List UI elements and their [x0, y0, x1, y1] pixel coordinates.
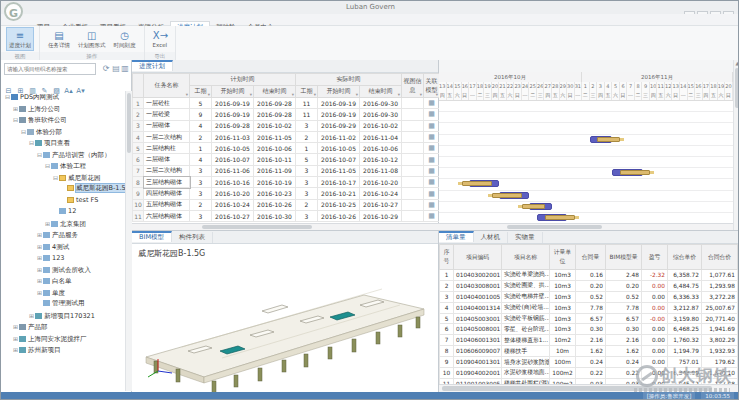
tab-BIM模型[interactable]: BIM模型	[132, 231, 172, 242]
layout-icon[interactable]: ▥	[120, 63, 130, 75]
schedule-row[interactable]: 7二层二次结构32016-11-062016-11-0932016-11-052…	[133, 165, 440, 176]
expand-icon[interactable]: ⊞	[36, 229, 43, 241]
column-header-blank[interactable]	[133, 74, 144, 98]
tree-item-威尼斯花园[interactable]: ⊟威尼斯花园	[1, 172, 125, 184]
linked-model-icon[interactable]: ▦	[424, 199, 440, 210]
boq-row[interactable]: 1010403002001实浇砼单梁浇捣...10m30.162.48-2.32…	[440, 270, 739, 281]
tree-item-123[interactable]: ⊞123	[1, 252, 125, 264]
linked-model-icon[interactable]: ▦	[424, 210, 440, 221]
filter-arrow-icon[interactable]: ▾	[292, 92, 294, 97]
collapse-icon[interactable]: ⊟	[52, 172, 59, 184]
schedule-row[interactable]: 10五层结构砌体22016-10-242016-10-2622016-10-25…	[133, 199, 440, 210]
tree-item-上海分公司[interactable]: ⊞上海分公司	[1, 103, 125, 115]
expand-icon[interactable]: ⊞	[12, 344, 19, 356]
schedule-row[interactable]: 8三层结构砌体32016-10-162016-10-1932016-10-172…	[133, 177, 440, 188]
boq-header-BIM模型量[interactable]: BIM模型量	[606, 245, 642, 270]
expand-icon[interactable]: ⊞	[12, 333, 19, 345]
column-header-实际时间[interactable]: 实际时间	[296, 74, 402, 86]
进度计划-button[interactable]: ≡进度计划	[6, 27, 34, 51]
schedule-row[interactable]: 2一层砼梁92016-09-192016-09-28112016-09-1920…	[133, 109, 440, 120]
linked-model-icon[interactable]: ▦	[424, 154, 440, 165]
expand-icon[interactable]: ⊞	[12, 103, 19, 115]
linked-model-icon[interactable]: ▦	[424, 131, 440, 142]
boq-hscrollbar[interactable]	[439, 384, 739, 392]
tree-item-test FS[interactable]: test FS	[1, 195, 125, 207]
时间刻度-button[interactable]: ◷时间刻度	[111, 27, 139, 51]
boq-header-盈亏[interactable]: 盈亏	[642, 245, 668, 270]
expand-icon[interactable]: ⊞	[44, 218, 51, 230]
boq-row[interactable]: 2010403008001实浇砼圈梁、拱...10m30.200.200.006…	[440, 280, 739, 291]
任务详情-button[interactable]: ▤任务详情	[45, 27, 73, 51]
filter-arrow-icon[interactable]: ▾	[420, 92, 422, 97]
collapse-icon[interactable]: ⊟	[44, 160, 51, 172]
tree-item-体验工程[interactable]: ⊟体验工程	[1, 160, 125, 172]
boq-header-合同合价[interactable]: 合同合价	[702, 245, 738, 270]
boq-row[interactable]: 4010404001314实浇砼(商)砼墙...10m37.787.780.00…	[440, 302, 739, 313]
bim-3d-viewport[interactable]	[132, 259, 437, 392]
tree-item-新增项目170321[interactable]: ⊞新增项目170321	[1, 310, 125, 322]
tree-item-PDS内网测试[interactable]: ⊟PDS内网测试	[1, 91, 125, 103]
expand-icon[interactable]: ⊞	[12, 321, 19, 333]
linked-model-icon[interactable]: ▦	[424, 177, 440, 188]
column-header-计划时间[interactable]: 计划时间	[190, 74, 296, 86]
expand-icon[interactable]: ⊞	[36, 287, 43, 299]
schedule-row[interactable]: 4一层二次结构22016-11-032016-11-0522016-11-022…	[133, 131, 440, 142]
gantt-bar-planned[interactable]	[462, 181, 492, 186]
tree-item-上海同安水泥搅拌厂[interactable]: ⊞上海同安水泥搅拌厂	[1, 333, 125, 345]
boq-row[interactable]: 9010904001301墙身水泥砂浆防潮...100m0.240.240.00…	[440, 357, 739, 368]
boq-row[interactable]: 10010904002001水泥砂浆楼地面...100m20.220.220.0…	[440, 368, 739, 379]
linked-model-icon[interactable]: ▦	[424, 98, 440, 109]
boq-row[interactable]: 3010404001005实浇砼电梯井壁...10m30.520.520.006…	[440, 291, 739, 302]
column-header-结束时间[interactable]: 结束时间▾	[360, 86, 402, 98]
计划图形式-button[interactable]: ◫计划图形式	[75, 27, 109, 51]
tree-item-北京集团[interactable]: ⊞北京集团	[1, 218, 125, 230]
expand-icon[interactable]: ⊞	[36, 275, 43, 287]
tree-item-产品服务[interactable]: ⊞产品服务	[1, 229, 125, 241]
boq-row[interactable]: 6010405008001零星、砼台阶现...10m30.300.300.006…	[440, 324, 739, 335]
boq-row[interactable]: 8010606009007楼梯扶手10m1.621.620.001,194.79…	[440, 346, 739, 357]
linked-model-icon[interactable]: ▦	[424, 120, 440, 131]
tree-item-12[interactable]: 12	[1, 206, 125, 218]
tab-构件列表[interactable]: 构件列表	[172, 232, 213, 243]
tree-item-产品培训营（内部）[interactable]: ⊟产品培训营（内部）	[1, 149, 125, 161]
collapse-icon[interactable]: ⊟	[28, 137, 35, 149]
tree-item-产品部[interactable]: ⊞产品部	[1, 321, 125, 333]
filter-arrow-icon[interactable]: ▾	[208, 92, 210, 97]
linked-model-icon[interactable]: ▦	[424, 188, 440, 199]
refresh-icon[interactable]: ⟳	[101, 63, 111, 75]
schedule-row[interactable]: 1一层砼柱52016-09-192016-09-28112016-09-1920…	[133, 98, 440, 109]
column-header-任务名称[interactable]: 任务名称▾	[144, 74, 190, 98]
filter-arrow-icon[interactable]: ▾	[398, 92, 400, 97]
schedule-row[interactable]: 9四层结构砌体32016-10-202016-10-2332016-10-212…	[133, 188, 440, 199]
gantt-hscrollbar[interactable]	[439, 223, 733, 230]
boq-header-计量单位[interactable]: 计量单位	[550, 245, 576, 270]
boq-header-项目名称[interactable]: 项目名称	[502, 245, 550, 270]
tree-scrollbar[interactable]	[125, 91, 132, 391]
tree-item-4测试[interactable]: ⊞4测试	[1, 241, 125, 253]
expand-icon[interactable]: ⊞	[36, 241, 43, 253]
filter-arrow-icon[interactable]: ▾	[314, 92, 316, 97]
gantt-bar-planned[interactable]	[545, 215, 575, 220]
boq-header-序号[interactable]: 序号	[440, 245, 454, 270]
boq-row[interactable]: 7010406001301整体楼梯直形1...10m22.162.160.001…	[440, 335, 739, 346]
schedule-row[interactable]: 3一层砌体42016-09-282016-10-0232016-09-29201…	[133, 120, 440, 131]
schedule-row[interactable]: 6二层砌体42016-10-072016-10-1152016-10-07201…	[133, 154, 440, 165]
column-header-关联模型[interactable]: 关联模型▾	[424, 74, 440, 98]
expand-icon[interactable]: ⊞	[28, 310, 35, 322]
tree-item-鲁班软件公司[interactable]: ⊟鲁班软件公司	[1, 114, 125, 126]
tab-人材机[interactable]: 人材机	[474, 232, 509, 243]
tree-item-白名单[interactable]: ⊞白名单	[1, 275, 125, 287]
schedule-row[interactable]: 5二层结构柱12016-10-052016-10-0612016-10-0520…	[133, 143, 440, 154]
filter-arrow-icon[interactable]: ▾	[250, 92, 252, 97]
tree-item-苏州新项目[interactable]: ⊞苏州新项目	[1, 344, 125, 356]
filter-arrow-icon[interactable]: ▾	[436, 92, 438, 97]
boq-header-综合单价[interactable]: 综合单价	[668, 245, 702, 270]
linked-model-icon[interactable]: ▦	[424, 165, 440, 176]
gantt-vscrollbar[interactable]: ▲	[733, 60, 739, 230]
tab-清单量[interactable]: 清单量	[439, 231, 474, 242]
gantt-bar-planned[interactable]	[620, 170, 650, 175]
linked-model-icon[interactable]: ▦	[424, 109, 440, 120]
column-header-结束时间[interactable]: 结束时间▾	[254, 86, 296, 98]
column-header-工期[interactable]: 工期▾	[190, 86, 212, 98]
search-input[interactable]	[4, 63, 96, 75]
